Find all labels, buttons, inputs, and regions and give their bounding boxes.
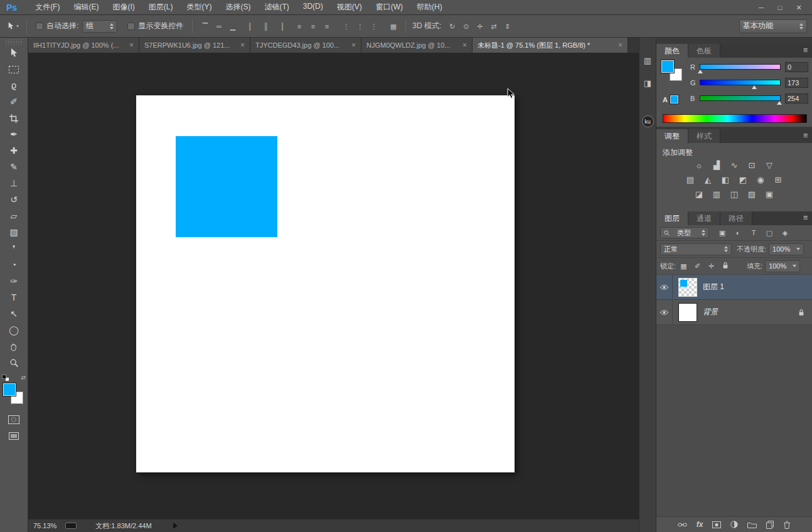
invert-icon[interactable]: ◪: [692, 189, 706, 200]
blue-rectangle-shape[interactable]: [176, 136, 277, 237]
color-spectrum-ramp[interactable]: [663, 114, 807, 123]
close-icon[interactable]: ×: [351, 41, 356, 50]
black-white-icon[interactable]: ◧: [719, 174, 732, 186]
layers-panel-tab-0[interactable]: 图层: [656, 211, 688, 225]
adjustments-panel-tab-0[interactable]: 调整: [656, 129, 688, 143]
gradient-tool[interactable]: ▧: [4, 226, 23, 238]
layers-panel-tab-2[interactable]: 路径: [720, 211, 752, 225]
visibility-toggle[interactable]: [656, 300, 673, 325]
filter-adjustment-layers-icon[interactable]: ◐: [734, 229, 742, 237]
close-button[interactable]: ✕: [789, 1, 808, 14]
filter-type-dropdown[interactable]: 类型: [660, 227, 709, 238]
a-color-swatch-icon[interactable]: [670, 95, 678, 104]
zoom-level-field[interactable]: 75.13%: [33, 522, 56, 529]
new-group-icon[interactable]: [747, 521, 757, 528]
close-icon[interactable]: ×: [462, 41, 467, 50]
green-value-field[interactable]: [785, 78, 808, 88]
lock-transparent-pixels-icon[interactable]: ▦: [680, 262, 688, 270]
panel-menu-icon[interactable]: ≣: [803, 132, 808, 139]
posterize-icon[interactable]: ▥: [710, 189, 724, 200]
add-layer-mask-icon[interactable]: [712, 521, 721, 528]
distribute-vertical-centers-icon[interactable]: ≡: [308, 21, 318, 31]
brightness-contrast-icon[interactable]: ☼: [692, 160, 706, 171]
panel-menu-icon[interactable]: ≣: [803, 46, 808, 53]
green-slider[interactable]: [700, 80, 781, 85]
blue-slider[interactable]: [700, 95, 781, 101]
horizontal-type-tool[interactable]: T: [4, 292, 23, 304]
maximize-button[interactable]: □: [771, 1, 789, 14]
menu-item-0[interactable]: 文件(F): [33, 2, 61, 13]
auto-select-checkbox[interactable]: 自动选择:: [36, 21, 78, 31]
threshold-icon[interactable]: ◫: [727, 189, 741, 200]
align-right-edges-icon[interactable]: ▕: [275, 21, 284, 31]
tool-preset-button[interactable]: ▾: [5, 22, 21, 30]
ku-badge[interactable]: ku: [642, 115, 654, 127]
exposure-icon[interactable]: ⊡: [745, 160, 759, 171]
collapsed-panel-group-icon[interactable]: ▥: [641, 54, 654, 68]
link-layers-icon[interactable]: [678, 522, 687, 528]
blur-tool[interactable]: ❜: [4, 243, 23, 255]
slider-thumb-icon[interactable]: [752, 85, 757, 89]
filter-type-layers-icon[interactable]: T: [749, 229, 758, 237]
menu-item-1[interactable]: 编辑(E): [72, 2, 100, 13]
layers-panel-tab-1[interactable]: 通道: [688, 211, 720, 225]
layer-thumbnail[interactable]: [678, 278, 697, 297]
3d-scale-icon[interactable]: ⇕: [503, 21, 512, 31]
channel-mixer-icon[interactable]: ◉: [754, 174, 767, 186]
swap-colors-icon[interactable]: ⇄: [21, 375, 26, 381]
panel-grip[interactable]: [5, 40, 23, 45]
align-top-edges-icon[interactable]: ▔: [200, 21, 210, 31]
delete-layer-icon[interactable]: [783, 521, 791, 529]
3d-rotate-icon[interactable]: ↻: [447, 21, 457, 31]
distribute-horizontal-centers-icon[interactable]: ⋮: [355, 21, 365, 31]
color-lookup-icon[interactable]: ⊞: [771, 174, 785, 186]
default-colors-icon[interactable]: [2, 375, 12, 383]
align-left-edges-icon[interactable]: ▏: [247, 21, 257, 31]
filter-shape-layers-icon[interactable]: ▢: [765, 229, 774, 237]
pen-tool[interactable]: ✑: [4, 275, 23, 287]
distribute-bottom-edges-icon[interactable]: ≡: [322, 21, 331, 31]
show-transform-checkbox[interactable]: 显示变换控件: [127, 21, 183, 31]
align-bottom-edges-icon[interactable]: ▁: [228, 21, 237, 31]
document-tab-4[interactable]: 未标题-1 @ 75.1% (图层 1, RGB/8) *×: [473, 38, 628, 53]
screen-mode-button[interactable]: [4, 430, 23, 442]
red-value-field[interactable]: [785, 62, 808, 72]
slider-thumb-icon[interactable]: [777, 101, 782, 105]
3d-roll-icon[interactable]: ⊙: [461, 21, 471, 31]
lock-all-icon[interactable]: [721, 262, 729, 270]
auto-align-layers-icon[interactable]: ▦: [388, 21, 398, 31]
menu-item-4[interactable]: 类型(Y): [184, 2, 213, 13]
blue-value-field[interactable]: [785, 93, 808, 104]
distribute-top-edges-icon[interactable]: ≡: [294, 21, 304, 31]
selective-color-icon[interactable]: ▣: [762, 189, 776, 200]
slider-thumb-icon[interactable]: [698, 70, 703, 73]
hand-tool[interactable]: [4, 341, 23, 353]
zoom-tool[interactable]: [4, 357, 23, 369]
menu-item-8[interactable]: 视图(V): [335, 2, 364, 13]
dodge-tool[interactable]: ◔: [4, 259, 23, 271]
visibility-toggle[interactable]: [656, 275, 673, 300]
photo-filter-icon[interactable]: ◩: [736, 174, 750, 186]
foreground-color-swatch[interactable]: [3, 383, 16, 396]
gradient-map-icon[interactable]: ▨: [745, 189, 759, 200]
filter-smart-objects-icon[interactable]: ◈: [781, 229, 789, 237]
spot-healing-brush-tool[interactable]: ✚: [4, 145, 23, 157]
move-tool[interactable]: [4, 47, 23, 59]
blend-mode-dropdown[interactable]: 正常: [660, 243, 732, 255]
crop-tool[interactable]: [4, 112, 23, 124]
menu-item-10[interactable]: 帮助(H): [415, 2, 444, 13]
levels-icon[interactable]: ▟: [710, 160, 724, 171]
document-tab-1[interactable]: S7ERPWK1U6.jpg @ 121...×: [139, 38, 250, 53]
curves-icon[interactable]: ∿: [727, 160, 741, 171]
hue-saturation-icon[interactable]: ▤: [683, 174, 697, 186]
new-adjustment-layer-icon[interactable]: [730, 521, 738, 528]
history-brush-tool[interactable]: ↺: [4, 194, 23, 206]
status-menu-arrow-icon[interactable]: [173, 523, 178, 529]
eyedropper-tool[interactable]: ✒: [4, 129, 23, 141]
ellipse-shape-tool[interactable]: ◯: [4, 324, 23, 336]
document-canvas[interactable]: [136, 95, 515, 472]
filter-pixel-layers-icon[interactable]: ▣: [718, 229, 727, 237]
eraser-tool[interactable]: ▱: [4, 210, 23, 222]
align-vertical-centers-icon[interactable]: ═: [214, 21, 223, 31]
menu-item-7[interactable]: 3D(D): [301, 2, 325, 13]
